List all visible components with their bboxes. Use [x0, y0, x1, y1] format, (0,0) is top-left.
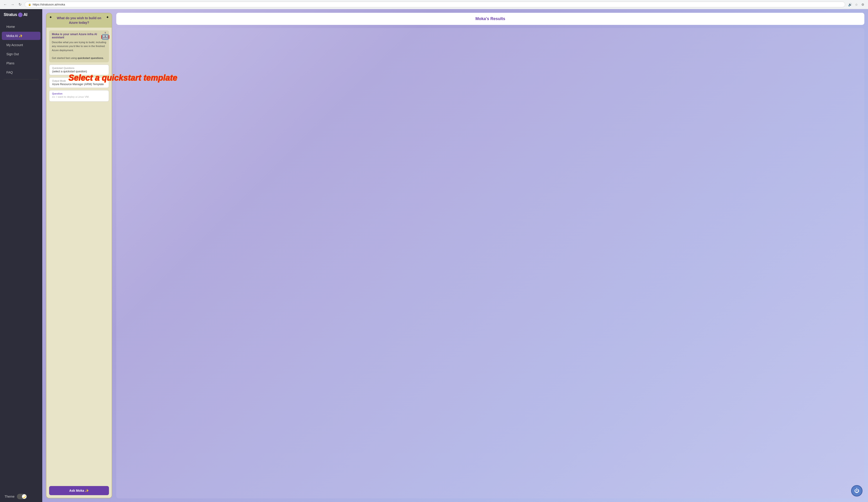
quickstart-select[interactable]: Quickstart Questions (select a quickstar…: [49, 65, 109, 75]
output-mode-select[interactable]: Output Mode Azure Resource Manager (ARM)…: [49, 77, 109, 88]
sidebar-nav: Home Moka AI ✨ My Account Sign Out Plans…: [0, 20, 42, 491]
question-input-box[interactable]: Question ex: I want to deploy a Linux VM…: [49, 90, 109, 102]
quickstart-value: (select a quickstart question): [52, 70, 106, 73]
theme-toggle[interactable]: 🌙: [17, 494, 27, 499]
extensions-button[interactable]: ⚙: [860, 2, 865, 7]
chat-header: ✦ What do you wish to build on Azure tod…: [46, 13, 112, 28]
results-title: Moka's Results: [121, 17, 860, 21]
sidebar-item-faq[interactable]: FAQ: [2, 68, 40, 76]
question-label: Question: [52, 92, 106, 95]
output-mode-label: Output Mode: [52, 80, 106, 82]
star-left-icon: ✦: [49, 15, 52, 19]
quickstart-label: Quickstart Questions: [52, 67, 106, 70]
chat-card: ✦ What do you wish to build on Azure tod…: [46, 13, 112, 498]
lock-icon: 🔒: [28, 3, 31, 6]
moon-icon: 🌙: [22, 495, 26, 498]
theme-label: Theme: [4, 495, 14, 498]
sidebar-item-moka-ai[interactable]: Moka AI ✨: [2, 32, 40, 40]
sidebar-item-home[interactable]: Home: [2, 23, 40, 31]
logo-icon: [18, 12, 23, 17]
output-mode-value: Azure Resource Manager (ARM) Template: [52, 83, 106, 86]
sidebar-item-sign-out[interactable]: Sign Out: [2, 50, 40, 58]
power-button[interactable]: ⏻: [851, 485, 862, 496]
logo-ai: AI: [23, 12, 28, 17]
question-placeholder: ex: I want to deploy a Linux VM.: [52, 95, 106, 98]
app-container: Stratus AI Home Moka AI ✨ My Account Sig…: [0, 9, 868, 502]
forward-button[interactable]: →: [10, 2, 15, 7]
sidebar-item-my-account[interactable]: My Account: [2, 41, 40, 49]
main-content: ✦ What do you wish to build on Azure tod…: [42, 9, 868, 502]
power-button-container: ⏻: [851, 485, 862, 496]
address-bar[interactable]: 🔒 https://stratuson.ai/moka: [25, 2, 845, 7]
browser-actions: 🔊 ☆ ⚙: [847, 2, 865, 7]
sidebar-item-plans[interactable]: Plans: [2, 59, 40, 67]
favorites-button[interactable]: ☆: [854, 2, 859, 7]
browser-chrome: ← → ↻ 🔒 https://stratuson.ai/moka 🔊 ☆ ⚙: [0, 0, 868, 9]
results-panel: Moka's Results: [116, 13, 864, 498]
quickstart-bold: quickstart questions: [78, 56, 103, 59]
chat-intro-box: Moka is your smart Azure infra AI assist…: [49, 30, 109, 62]
url-text: https://stratuson.ai/moka: [33, 3, 65, 6]
chat-header-title: What do you wish to build on Azure today…: [50, 16, 108, 25]
results-body: [116, 28, 864, 498]
logo: Stratus AI: [0, 9, 42, 20]
sidebar: Stratus AI Home Moka AI ✨ My Account Sig…: [0, 9, 42, 502]
results-header: Moka's Results: [116, 13, 864, 25]
sidebar-theme: Theme 🌙: [0, 491, 42, 502]
sidebar-divider: [4, 79, 39, 80]
star-right-icon: ✦: [106, 15, 109, 19]
read-aloud-button[interactable]: 🔊: [847, 2, 852, 7]
refresh-button[interactable]: ↻: [17, 2, 22, 7]
robot-icon: 🤖: [101, 32, 110, 40]
back-button[interactable]: ←: [3, 2, 8, 7]
toggle-knob: 🌙: [22, 494, 27, 499]
chat-intro-text: Describe what you are trying to build, i…: [52, 40, 106, 60]
chat-body: Moka is your smart Azure infra AI assist…: [46, 28, 112, 486]
ask-moka-button[interactable]: Ask Moka ✨: [49, 486, 109, 495]
logo-text: Stratus: [4, 12, 17, 17]
chat-intro-title: Moka is your smart Azure infra AI assist…: [52, 33, 106, 39]
